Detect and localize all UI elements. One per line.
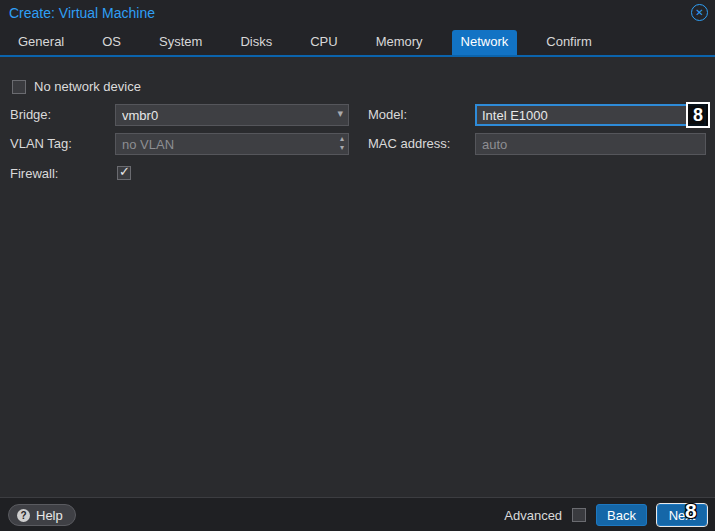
dialog-header: Create: Virtual Machine ✕ General OS Sys… xyxy=(0,0,715,57)
model-combo xyxy=(475,104,706,126)
vlan-tag-spinner: ▴ ▾ xyxy=(115,133,349,155)
model-label: Model: xyxy=(368,104,407,126)
dialog-footer: ? Help Advanced Back Next xyxy=(0,497,715,531)
help-button[interactable]: ? Help xyxy=(8,504,76,526)
model-select[interactable] xyxy=(475,104,706,126)
spinner-arrows[interactable]: ▴ ▾ xyxy=(340,134,344,152)
no-network-device-checkbox[interactable] xyxy=(12,80,26,94)
spinner-up-icon[interactable]: ▴ xyxy=(340,134,344,143)
tab-bar: General OS System Disks CPU Memory Netwo… xyxy=(9,30,601,55)
chevron-down-icon[interactable]: ▾ xyxy=(337,107,343,120)
mac-address-input[interactable] xyxy=(475,133,706,155)
bridge-combo: ▾ xyxy=(115,104,349,126)
help-button-label: Help xyxy=(36,508,63,523)
mac-address-wrap xyxy=(475,133,706,155)
network-tab-panel: No network device Bridge: ▾ Model: VLAN … xyxy=(0,59,715,497)
back-button[interactable]: Back xyxy=(596,504,647,526)
firewall-label: Firewall: xyxy=(10,163,58,185)
tab-disks[interactable]: Disks xyxy=(231,30,281,55)
mac-address-label: MAC address: xyxy=(368,133,450,155)
spinner-down-icon[interactable]: ▾ xyxy=(340,143,344,152)
no-network-device-row: No network device xyxy=(12,79,141,94)
tab-memory[interactable]: Memory xyxy=(367,30,432,55)
bridge-select[interactable] xyxy=(115,104,349,126)
footer-actions: Advanced Back Next xyxy=(504,504,707,526)
vlan-tag-label: VLAN Tag: xyxy=(10,133,72,155)
firewall-wrap: ✓ xyxy=(117,166,131,188)
tab-cpu[interactable]: CPU xyxy=(301,30,346,55)
vlan-tag-input[interactable] xyxy=(115,133,349,155)
tab-network[interactable]: Network xyxy=(452,30,518,55)
help-icon: ? xyxy=(17,509,30,522)
tab-confirm[interactable]: Confirm xyxy=(537,30,601,55)
tab-system[interactable]: System xyxy=(150,30,211,55)
bridge-label: Bridge: xyxy=(10,104,51,126)
check-icon: ✓ xyxy=(119,164,130,179)
no-network-device-label: No network device xyxy=(34,79,141,94)
tab-os[interactable]: OS xyxy=(93,30,130,55)
close-icon[interactable]: ✕ xyxy=(691,4,708,21)
firewall-checkbox[interactable]: ✓ xyxy=(117,166,131,180)
dialog-title: Create: Virtual Machine xyxy=(9,5,155,21)
advanced-checkbox[interactable] xyxy=(572,508,586,522)
tab-general[interactable]: General xyxy=(9,30,73,55)
next-button[interactable]: Next xyxy=(657,504,707,526)
advanced-label: Advanced xyxy=(504,508,562,523)
